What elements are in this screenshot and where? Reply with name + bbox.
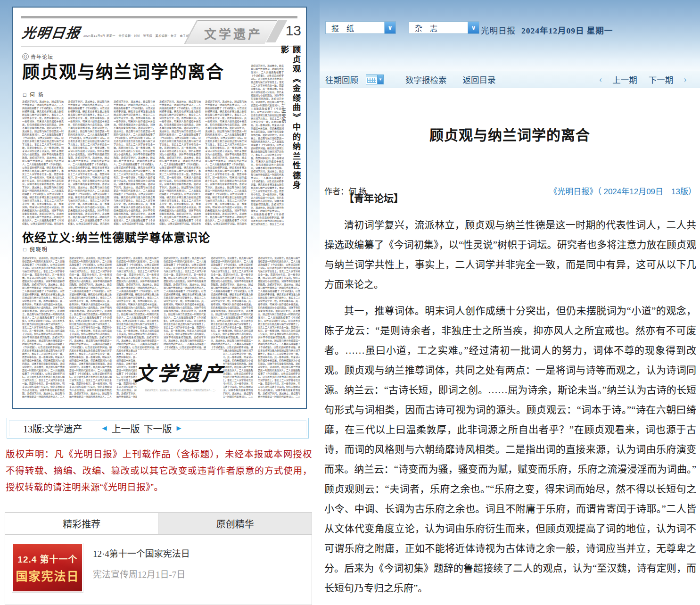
article-paragraph: 其一，推尊词体。明末词人创作成绩十分突出，但仍未摆脱词为“小道”的观念，陈子龙云… — [324, 301, 696, 598]
select-arrow-icon: ∨ — [468, 22, 479, 33]
promo-image-line1: 12.4 第十一个 — [17, 552, 77, 565]
calendar-dropdown-icon: ▼ — [378, 75, 384, 84]
promo-thumbnail-art: 12.4 第十一个 国家宪法日 — [13, 544, 82, 591]
column-tag: G 青年论坛 — [22, 53, 53, 60]
next-page-link[interactable]: 下一版 — [144, 422, 172, 435]
preview-text-column: 清初词学复兴，流派林立，顾贞观与纳兰性德是这一时期的代表性词人，二人共操选政编纂… — [114, 100, 155, 225]
tabs-body: 12.4 第十一个 国家宪法日 12·4第十一个国家宪法日 宪法宣传周12月1日… — [5, 535, 312, 601]
magazine-select[interactable]: 杂 志 ∨ — [409, 21, 479, 34]
promo-thumbnail[interactable]: 12.4 第十一个 国家宪法日 — [12, 543, 83, 593]
header-divider — [21, 46, 297, 47]
article-column-tag: 【青年论坛】 — [324, 189, 696, 208]
article-title: 顾贞观与纳兰词学的离合 — [320, 124, 700, 144]
article-body: 【青年论坛】 清初词学复兴，流派林立，顾贞观与纳兰性德是这一时期的代表性词人，二… — [324, 189, 696, 605]
preview-text-column: 清初词学复兴，流派林立，顾贞观与纳兰性德是这一时期的代表性词人，二人共操选政编纂… — [22, 257, 65, 398]
back-to-toc-link[interactable]: 返回目录 — [463, 74, 496, 85]
preview-text-column: 清初词学复兴，流派林立，顾贞观与纳兰性德是这一时期的代表性词人，二人共操选政编纂… — [68, 100, 109, 225]
masthead: 光明日报2024年12月09日 星期一 — [481, 24, 613, 36]
newspaper-page-preview: 光明日报 2024年12月9日 星期一 责任编辑：刘剑 张玉梅 美术编辑：朱江 … — [12, 7, 307, 409]
chevron-right-icon[interactable]: › — [684, 74, 687, 85]
tab-recommend[interactable]: 精彩推荐 — [5, 513, 158, 534]
promo-text-block: 12·4第十一个国家宪法日 宪法宣传周12月1日-7日 — [93, 543, 190, 593]
section-title: 文学遗产 — [204, 25, 263, 42]
calendar-icon — [366, 75, 378, 84]
past-issues-link[interactable]: 往期回顾 — [325, 74, 358, 85]
site-header: 报 纸 ∨ 杂 志 ∨ 光明日报2024年12月09日 星期一 — [320, 0, 700, 71]
prev-issue-link[interactable]: 上一期 — [612, 74, 637, 85]
preview-article1-author: □ 何 扬 — [23, 91, 44, 98]
column-tag-label: 青年论坛 — [31, 53, 53, 60]
preview-article1-title[interactable]: 顾贞观与纳兰词学的离合 — [22, 63, 253, 83]
promo-subtitle: 宪法宣传周12月1日-7日 — [93, 567, 190, 580]
masthead-rule — [21, 16, 297, 18]
next-issue-link[interactable]: 下一期 — [649, 74, 674, 85]
promo-image-line2: 国家宪法日 — [16, 567, 79, 584]
preview-article2-author: □ 倪晓明 — [23, 245, 48, 253]
next-page-arrow-icon[interactable]: ▶ — [177, 424, 181, 432]
page-number: 13 — [286, 23, 301, 39]
prev-page-link[interactable]: 上一版 — [112, 422, 140, 435]
select-arrow-icon: ∨ — [384, 22, 395, 33]
preview-text-column: 清初词学复兴，流派林立，顾贞观与纳兰性德是这一时期的代表性词人，二人共操选政编纂… — [258, 257, 300, 398]
toolbar: 往期回顾 ▼ 数字报检索 返回目录 ‹ 上一期 下一期 › — [320, 71, 700, 88]
page-navigation-bar: 13版:文学遗产 ◀ 上一版 下一版 ▶ — [7, 418, 309, 439]
calligraphy-caption: 清初词学复兴，流派林立，顾贞观与纳兰性德是这一时期的代表性词人，二人共操选政编纂… — [145, 389, 215, 391]
chevron-left-icon[interactable]: ‹ — [599, 74, 602, 85]
magazine-select-value: 杂 志 — [415, 22, 437, 33]
digital-search-link[interactable]: 数字报检索 — [405, 74, 447, 85]
calligraphy-text: 文学遗产 — [134, 357, 226, 386]
calligraphy-block: 文学遗产 清初词学复兴，流派林立，顾贞观与纳兰性德是这一时期的代表性词人，二人共… — [137, 350, 223, 399]
current-page-label: 13版:文学遗产 — [23, 422, 82, 435]
left-panel: 光明日报 2024年12月9日 星期一 责任编辑：刘剑 张玉梅 美术编辑：朱江 … — [0, 0, 320, 605]
copyright-statement: 版权声明：凡《光明日报》上刊载作品（含标题），未经本报或本网授权不得转载、摘编、… — [6, 446, 312, 496]
newspaper-select[interactable]: 报 纸 ∨ — [325, 21, 396, 34]
g-badge-icon: G — [22, 53, 29, 60]
calendar-picker[interactable]: ▼ — [366, 75, 384, 84]
paper-logo: 光明日报 — [21, 22, 82, 41]
preview-article2-title[interactable]: 依经立义:纳兰性德赋学尊体意识论 — [22, 228, 244, 245]
tabs-header: 精彩推荐 原创精华 — [5, 513, 312, 535]
preview-text-column: 清初词学复兴，流派林立，顾贞观与纳兰性德是这一时期的代表性词人，二人共操选政编纂… — [22, 100, 64, 225]
article-paragraph: 清初词学复兴，流派林立，顾贞观与纳兰性德是这一时期的代表性词人，二人共操选政编纂… — [324, 215, 696, 294]
prev-page-arrow-icon[interactable]: ◀ — [102, 424, 107, 432]
preview-text-column: 清初词学复兴，流派林立，顾贞观与纳兰性德是这一时期的代表性词人，二人共操选政编纂… — [159, 100, 201, 225]
preview-text-column: 清初词学复兴，流派林立，顾贞观与纳兰性德是这一时期的代表性词人，二人共操选政编纂… — [69, 257, 112, 398]
preview-text-column: 清初词学复兴，流派林立，顾贞观与纳兰性德是这一时期的代表性词人，二人共操选政编纂… — [205, 100, 247, 225]
title-divider — [324, 178, 696, 178]
tab-original[interactable]: 原创精华 — [158, 513, 312, 534]
recommend-box: 精彩推荐 原创精华 12.4 第十一个 国家宪法日 12·4第十一个国家宪法日 … — [5, 512, 312, 605]
preview-vertical-article-author: □ 王先勇 — [281, 101, 287, 124]
masthead-name: 光明日报 — [481, 26, 516, 35]
newspaper-select-value: 报 纸 — [331, 22, 354, 33]
right-panel: 报 纸 ∨ 杂 志 ∨ 光明日报2024年12月09日 星期一 往期回顾 ▼ 数… — [320, 0, 700, 605]
masthead-date: 2024年12月09日 星期一 — [521, 26, 613, 35]
promo-title-link[interactable]: 12·4第十一个国家宪法日 — [93, 547, 190, 559]
